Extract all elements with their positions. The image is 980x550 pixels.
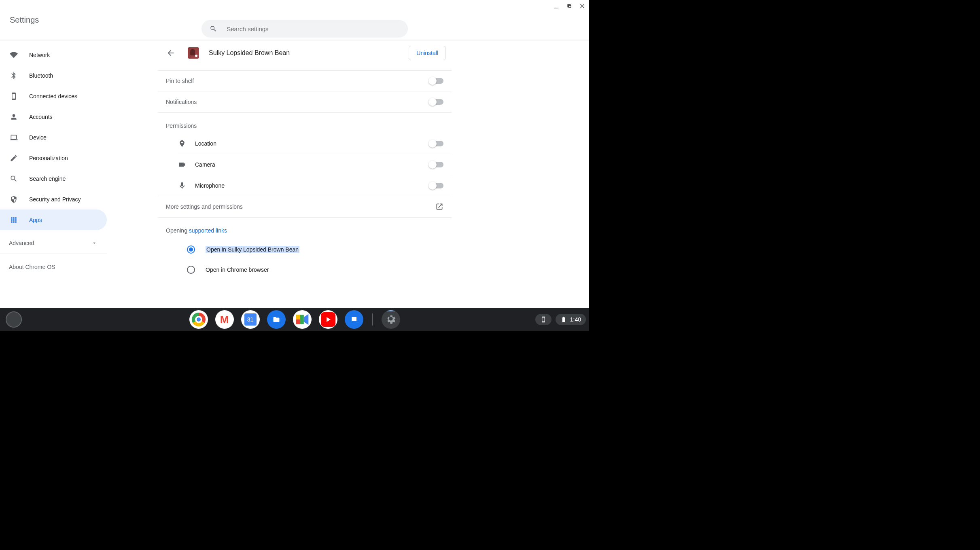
- maximize-button[interactable]: [566, 2, 573, 10]
- sidebar-item-search-engine[interactable]: Search engine: [0, 168, 107, 189]
- sidebar-advanced-toggle[interactable]: Advanced: [0, 233, 107, 254]
- radio-selected-icon: [187, 245, 195, 254]
- microphone-toggle[interactable]: [430, 183, 443, 188]
- sidebar-item-label: Apps: [29, 217, 42, 223]
- sidebar-item-personalization[interactable]: Personalization: [0, 148, 107, 168]
- shelf-app-calendar[interactable]: 31: [241, 310, 260, 329]
- gear-icon: [385, 313, 397, 326]
- permission-label: Location: [195, 140, 216, 147]
- sidebar-item-label: Personalization: [29, 155, 68, 161]
- shelf-app-chrome[interactable]: [189, 310, 208, 329]
- shelf-app-messages[interactable]: [345, 310, 363, 329]
- laptop-icon: [10, 133, 18, 142]
- sidebar-item-connected-devices[interactable]: Connected devices: [0, 86, 107, 106]
- location-icon: [178, 140, 186, 148]
- sidebar-item-accounts[interactable]: Accounts: [0, 106, 107, 127]
- sidebar-item-label: Device: [29, 134, 47, 141]
- phone-icon: [10, 92, 18, 100]
- sidebar-item-label: Security and Privacy: [29, 196, 81, 203]
- more-settings-label: More settings and permissions: [166, 203, 243, 210]
- sidebar-item-label: Connected devices: [29, 93, 77, 99]
- shield-icon: [10, 195, 18, 203]
- sidebar-divider: [0, 254, 107, 254]
- radio-open-in-app[interactable]: Open in Sulky Lopsided Brown Bean: [158, 239, 452, 260]
- camera-icon: [178, 161, 186, 169]
- sidebar-item-label: Network: [29, 52, 50, 58]
- battery-icon: [560, 316, 567, 323]
- shelf-app-settings[interactable]: [382, 310, 400, 329]
- sidebar-item-device[interactable]: Device: [0, 127, 107, 148]
- permissions-heading: Permissions: [158, 113, 452, 133]
- radio-label: Open in Chrome browser: [206, 267, 269, 273]
- app-name-heading: Sulky Lopsided Brown Bean: [209, 49, 399, 57]
- minimize-button[interactable]: [553, 2, 560, 10]
- pin-to-shelf-toggle[interactable]: [430, 78, 443, 84]
- messages-icon: [348, 313, 361, 326]
- permission-label: Camera: [195, 161, 215, 168]
- gmail-icon: M: [220, 313, 229, 326]
- sidebar-item-label: Accounts: [29, 114, 53, 120]
- system-tray[interactable]: 1:40: [535, 314, 586, 325]
- search-input[interactable]: [227, 25, 400, 32]
- sidebar-item-network[interactable]: Network: [0, 44, 107, 65]
- launcher-button[interactable]: [6, 311, 22, 328]
- sidebar-item-bluetooth[interactable]: Bluetooth: [0, 65, 107, 86]
- wifi-icon: [10, 51, 18, 59]
- sidebar-about[interactable]: About Chrome OS: [0, 257, 107, 277]
- shelf-divider: [372, 313, 373, 326]
- app-icon: [188, 47, 199, 59]
- apps-icon: [10, 216, 18, 224]
- uninstall-button[interactable]: Uninstall: [409, 46, 446, 60]
- supported-links-link[interactable]: supported links: [189, 227, 227, 234]
- shelf: M 31 1:40: [0, 308, 589, 331]
- main-content: Sulky Lopsided Brown Bean Uninstall Pin …: [158, 41, 452, 307]
- calendar-icon: 31: [244, 313, 257, 326]
- person-icon: [10, 113, 18, 121]
- pencil-icon: [10, 154, 18, 162]
- microphone-icon: [178, 182, 186, 190]
- open-external-icon: [435, 203, 443, 211]
- about-label: About Chrome OS: [9, 264, 55, 270]
- sidebar-item-security[interactable]: Security and Privacy: [0, 189, 107, 209]
- shelf-app-files[interactable]: [267, 310, 286, 329]
- permission-camera-row: Camera: [158, 154, 452, 175]
- sidebar-item-apps[interactable]: Apps: [0, 209, 107, 230]
- radio-label: Open in Sulky Lopsided Brown Bean: [206, 246, 299, 253]
- shelf-app-youtube[interactable]: [319, 310, 337, 329]
- radio-open-in-chrome[interactable]: Open in Chrome browser: [158, 260, 452, 280]
- app-title: Settings: [10, 15, 39, 25]
- notifications-label: Notifications: [166, 99, 197, 105]
- notifications-row: Notifications: [158, 91, 452, 112]
- search-bar[interactable]: [202, 20, 408, 38]
- permission-location-row: Location: [158, 133, 452, 154]
- camera-toggle[interactable]: [430, 162, 443, 167]
- phone-icon: [540, 316, 547, 323]
- radio-unselected-icon: [187, 266, 195, 274]
- advanced-label: Advanced: [9, 240, 34, 246]
- clock-time: 1:40: [570, 316, 581, 323]
- back-button[interactable]: [163, 46, 178, 60]
- close-window-button[interactable]: [579, 2, 586, 10]
- bluetooth-icon: [10, 72, 18, 80]
- search-icon: [210, 25, 217, 33]
- location-toggle[interactable]: [430, 141, 443, 146]
- permission-microphone-row: Microphone: [158, 175, 452, 196]
- search-icon: [10, 175, 18, 183]
- sidebar: Network Bluetooth Connected devices Acco…: [0, 41, 107, 277]
- phone-hub-button[interactable]: [535, 314, 552, 325]
- notifications-toggle[interactable]: [430, 99, 443, 105]
- permission-label: Microphone: [195, 182, 225, 189]
- status-area[interactable]: 1:40: [556, 314, 586, 325]
- meet-icon: [293, 310, 312, 329]
- arrow-back-icon: [166, 49, 175, 57]
- folder-icon: [270, 313, 282, 326]
- sidebar-item-label: Search engine: [29, 176, 66, 182]
- shelf-app-meet[interactable]: [293, 310, 312, 329]
- shelf-app-gmail[interactable]: M: [215, 310, 234, 329]
- chevron-down-icon: [91, 240, 97, 246]
- sidebar-item-label: Bluetooth: [29, 72, 53, 79]
- more-settings-row[interactable]: More settings and permissions: [158, 196, 452, 218]
- youtube-icon: [321, 312, 335, 327]
- pin-to-shelf-label: Pin to shelf: [166, 78, 194, 84]
- opening-links-heading: Opening supported links: [158, 218, 452, 239]
